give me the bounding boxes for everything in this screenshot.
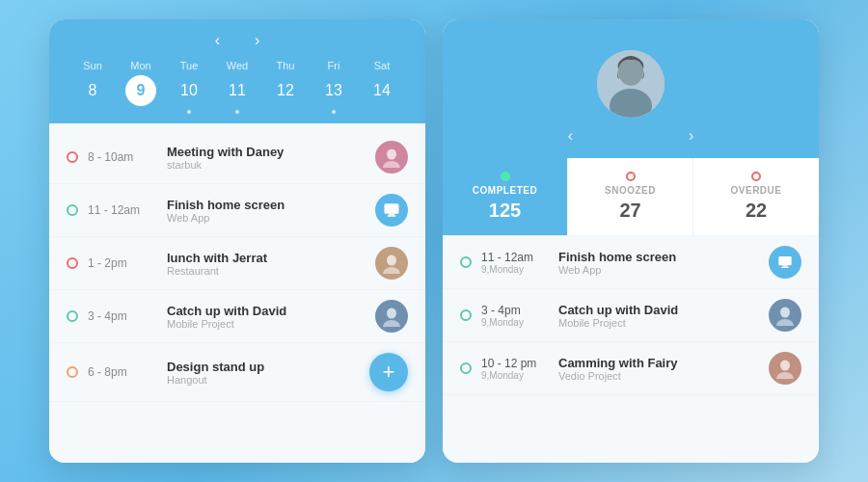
event-time-block: 11 - 12am9,Monday [481,251,549,275]
calendar-day-col[interactable]: Sun8 [68,60,117,114]
calendar-day-col[interactable]: Tue10 [165,60,213,114]
day-number[interactable]: 11 [222,75,253,106]
svg-rect-13 [782,265,787,266]
list-item[interactable]: 3 - 4pmCatch up with DavidMobile Project [49,290,425,343]
events-list: 8 - 10amMeeting with Daneystarbuk11 - 12… [49,123,425,463]
event-subtitle: Vedio Project [558,370,759,382]
right-panel: ‹ › COMPLETED125SNOOZED27OVERDUE22 11 - … [443,19,819,463]
day-number[interactable]: 12 [270,75,301,106]
stat-cell-overdue[interactable]: OVERDUE22 [693,158,819,235]
cal-next-button[interactable]: › [255,33,259,48]
svg-point-0 [387,149,396,160]
event-info: Finish home screenWeb App [558,250,759,276]
event-info: Meeting with Daneystarbuk [167,145,366,171]
day-number[interactable]: 10 [174,75,204,106]
event-time: 3 - 4pm [88,309,157,323]
avatar [597,50,665,118]
event-dot-icon [67,257,78,269]
event-title: Design stand up [167,360,360,374]
event-date: 9,Monday [481,317,549,328]
event-subtitle: Web App [558,264,759,276]
event-info: lunch with JerratRestaurant [167,251,366,277]
day-name: Tue [180,60,199,71]
event-title: Camming with Fairy [558,356,759,370]
event-subtitle: Hangout [167,374,360,386]
calendar-days: Sun8Mon9Tue10Wed11Thu12Fri13Sat14 [68,60,406,123]
event-dot-icon [67,310,78,322]
event-info: Finish home screenWeb App [167,198,366,224]
right-nav: ‹ › [462,127,800,145]
event-title: Finish home screen [167,198,366,212]
day-number[interactable]: 9 [125,75,156,106]
event-title: Finish home screen [558,250,759,264]
list-item[interactable]: 3 - 4pm9,MondayCatch up with DavidMobile… [443,289,819,342]
event-subtitle: Mobile Project [167,318,366,330]
stat-cell-snoozed[interactable]: SNOOZED27 [568,158,693,235]
event-subtitle: Web App [167,212,366,224]
event-subtitle: starbuk [167,159,366,171]
list-item[interactable]: 1 - 2pmlunch with JerratRestaurant [49,237,425,290]
event-time: 11 - 12am [481,251,549,264]
event-info: Catch up with DavidMobile Project [167,304,366,330]
stat-dot-icon [626,172,636,181]
profile-section: ‹ › [443,33,819,158]
event-dot-icon [460,256,472,268]
list-item[interactable]: 11 - 12am9,MondayFinish home screenWeb A… [443,236,819,289]
event-time: 3 - 4pm [481,304,549,317]
calendar-day-col[interactable]: Fri13 [310,60,358,114]
day-number[interactable]: 8 [77,75,108,106]
event-dot-icon [67,204,78,216]
svg-point-15 [780,308,790,318]
stat-number: 125 [489,200,521,222]
svg-rect-3 [389,214,394,216]
event-time: 10 - 12 pm [481,357,549,370]
stat-cell-completed[interactable]: COMPLETED125 [443,158,568,235]
event-icon [769,246,801,279]
day-name: Mon [130,60,150,71]
list-item[interactable]: 6 - 8pmDesign stand upHangout+ [49,343,425,402]
svg-point-18 [776,372,794,379]
calendar-header: ‹ › Sun8Mon9Tue10Wed11Thu12Fri13Sat14 [49,19,425,123]
event-time: 6 - 8pm [88,365,157,379]
calendar-nav: ‹ › [68,33,406,48]
right-prev-button[interactable]: ‹ [568,127,573,145]
calendar-day-col[interactable]: Thu12 [261,60,310,114]
calendar-day-col[interactable]: Wed11 [213,60,261,114]
day-number[interactable]: 13 [318,75,349,106]
event-info: Camming with FairyVedio Project [558,356,759,382]
calendar-day-col[interactable]: Sat14 [358,60,406,114]
right-next-button[interactable]: › [689,127,693,145]
svg-point-5 [387,255,396,266]
event-info: Catch up with DavidMobile Project [558,303,759,329]
event-subtitle: Mobile Project [558,317,759,329]
list-item[interactable]: 10 - 12 pm9,MondayCamming with FairyVedi… [443,342,819,395]
stat-number: 22 [746,200,767,222]
event-title: Catch up with David [167,304,366,318]
stat-number: 27 [619,200,640,222]
svg-rect-4 [388,215,396,217]
stats-row: COMPLETED125SNOOZED27OVERDUE22 [443,158,819,236]
stat-label: COMPLETED [473,185,537,196]
event-dot-icon [67,366,78,378]
event-title: lunch with Jerrat [167,251,366,265]
day-number[interactable]: 14 [366,75,397,106]
svg-rect-14 [781,267,789,268]
day-dot [187,110,191,114]
add-event-button[interactable]: + [369,353,408,391]
event-time: 1 - 2pm [88,256,157,270]
day-dot [235,110,239,114]
stat-label: SNOOZED [605,185,656,196]
cal-prev-button[interactable]: ‹ [215,33,220,48]
event-dot-icon [460,309,472,321]
event-subtitle: Restaurant [167,265,366,277]
calendar-day-col[interactable]: Mon9 [117,60,165,114]
stat-dot-icon [501,172,510,181]
list-item[interactable]: 11 - 12amFinish home screenWeb App [49,184,425,237]
event-time-block: 10 - 12 pm9,Monday [481,357,549,381]
event-dot-icon [67,151,78,163]
event-time: 8 - 10am [88,150,157,164]
day-name: Sun [83,60,102,71]
day-name: Fri [328,60,340,71]
event-avatar [375,141,408,174]
list-item[interactable]: 8 - 10amMeeting with Daneystarbuk [49,131,425,184]
